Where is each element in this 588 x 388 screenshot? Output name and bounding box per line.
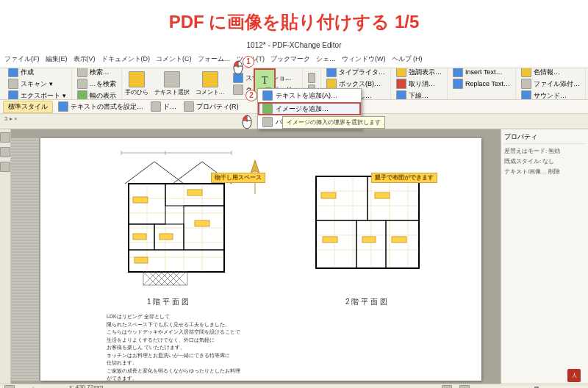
document-canvas[interactable]: 物干し用スペース bbox=[11, 129, 501, 384]
comment-tool[interactable]: コメント… bbox=[193, 68, 228, 99]
text-format-button[interactable]: テキストの書式を設定… bbox=[56, 101, 146, 112]
left-margin-strip bbox=[11, 138, 39, 381]
layout-icon[interactable] bbox=[442, 385, 452, 388]
text-select-tool[interactable]: テキスト選択 bbox=[151, 68, 193, 99]
window-title: 1012* - PDF-XChange Editor bbox=[247, 41, 342, 49]
description-block: LDKはリビング 全部として 限られたスペース下でも広く見せる工夫をしました。 … bbox=[107, 313, 254, 383]
svg-rect-64 bbox=[323, 237, 337, 242]
pdf-page: 物干し用スペース bbox=[40, 138, 481, 381]
insert-text-button[interactable]: Insert Text… bbox=[451, 68, 512, 78]
menu-bookmark[interactable]: ブックマーク bbox=[270, 54, 310, 66]
menu-file[interactable]: ファイル(F) bbox=[4, 54, 40, 66]
text-add-icon bbox=[262, 90, 273, 101]
menu-window[interactable]: ウィンドウ(W) bbox=[342, 54, 386, 66]
typewriter-button[interactable]: タイプライタ… bbox=[324, 68, 387, 78]
replace-text-button[interactable]: Replace Text… bbox=[451, 79, 512, 90]
window-titlebar: 1012* - PDF-XChange Editor bbox=[0, 41, 588, 53]
menu-view[interactable]: 表示(V) bbox=[74, 54, 96, 66]
text-select-icon bbox=[164, 71, 180, 87]
style-tab[interactable]: 標準スタイル bbox=[3, 101, 53, 113]
image-add-icon bbox=[262, 104, 273, 114]
menu-form[interactable]: フォーム… bbox=[198, 54, 231, 66]
group-annot-b: 強調表示… 取り消… 下線… bbox=[391, 68, 448, 99]
properties-panel: プロパティ 差替えはモード: 無効 既成スタイル: なし テキスト/画像… 削除 bbox=[501, 129, 588, 384]
textbox-icon bbox=[326, 79, 337, 89]
menu-bar[interactable]: ファイル(F) 編集(E) 表示(V) ドキュメント(D) コメント(C) フォ… bbox=[0, 53, 588, 68]
properties-title: プロパティ bbox=[504, 132, 585, 144]
color-icon bbox=[521, 68, 531, 77]
nav-up[interactable] bbox=[306, 73, 318, 84]
svg-rect-41 bbox=[187, 190, 202, 195]
checkbox-icon bbox=[77, 90, 87, 100]
workspace: 物干し用スペース bbox=[0, 129, 588, 384]
fit-button[interactable]: 幅の表示 bbox=[75, 90, 118, 101]
properties-button[interactable]: プロパティ(R) bbox=[182, 101, 241, 112]
menu-share[interactable]: シェ… bbox=[316, 54, 336, 66]
hand-icon bbox=[129, 71, 145, 87]
strikeout-icon bbox=[396, 79, 406, 89]
strikeout-button[interactable]: 取り消… bbox=[394, 79, 444, 90]
caption-1f: 1 階 平 面 図 bbox=[147, 297, 189, 307]
mouse-icon bbox=[241, 115, 253, 129]
gear-icon[interactable] bbox=[4, 385, 15, 388]
panel-icon[interactable] bbox=[0, 132, 10, 143]
scanner-icon bbox=[8, 79, 18, 89]
svg-rect-42 bbox=[133, 234, 146, 240]
dropdown-add-text[interactable]: テキストを追加(A)… bbox=[258, 89, 361, 102]
pdf-logo-icon: 人 bbox=[567, 369, 581, 382]
dropdown-add-image[interactable]: イメージを追加… bbox=[258, 102, 361, 115]
colorinfo-button[interactable]: 色情報… bbox=[519, 68, 582, 78]
status-bar: オプション… ▾ x: 430.72mm y: 297.00mm ◀ 1/1 ▶… bbox=[0, 384, 588, 388]
replace-text-icon bbox=[453, 79, 463, 89]
document-tab[interactable]: 3 ▸ × bbox=[4, 115, 18, 122]
attach-button[interactable]: ファイル添付… bbox=[519, 79, 582, 90]
find-button[interactable]: 検索… bbox=[75, 68, 118, 78]
callout-marker-2: 2 bbox=[245, 90, 257, 101]
svg-rect-59 bbox=[316, 220, 356, 268]
svg-rect-40 bbox=[133, 197, 148, 203]
tag-laundry: 物干し用スペース bbox=[211, 173, 265, 183]
svg-rect-61 bbox=[386, 220, 419, 268]
prop-row: 差替えはモード: 無効 bbox=[504, 147, 585, 155]
scan-button[interactable]: スキャン ▾ bbox=[6, 79, 68, 90]
side-panel-strip[interactable] bbox=[0, 129, 11, 384]
panel-icon[interactable] bbox=[0, 162, 10, 172]
highlight-button[interactable]: 強調表示… bbox=[394, 68, 444, 78]
menu-edit[interactable]: 編集(E) bbox=[46, 54, 68, 66]
menu-help[interactable]: ヘルプ (H) bbox=[392, 54, 423, 66]
svg-rect-63 bbox=[375, 193, 390, 198]
group-annot-d: 色情報… ファイル添付… サウンド… bbox=[516, 68, 586, 99]
dots-icon bbox=[151, 101, 161, 112]
status-coords: x: 430.72mm y: 297.00mm bbox=[69, 384, 103, 388]
underline-icon bbox=[396, 90, 406, 100]
svg-rect-66 bbox=[392, 237, 406, 242]
search-icon bbox=[77, 68, 87, 77]
layout-icon[interactable] bbox=[459, 385, 470, 388]
callout-marker-1: 1 bbox=[243, 56, 254, 68]
hand-tool[interactable]: 手のひら bbox=[122, 68, 151, 99]
caption-2f: 2 階 平 面 図 bbox=[345, 297, 387, 307]
speaker-icon bbox=[521, 90, 531, 100]
svg-rect-65 bbox=[362, 237, 376, 242]
create-button[interactable]: 作成 bbox=[6, 68, 68, 78]
export-button[interactable]: エクスポート ▾ bbox=[6, 90, 68, 101]
mouse-icon bbox=[232, 60, 244, 75]
search-icon bbox=[77, 79, 87, 89]
typewriter-icon bbox=[326, 68, 337, 77]
svg-rect-44 bbox=[195, 220, 209, 226]
findall-button[interactable]: …を検索 bbox=[75, 79, 118, 90]
wrench-icon bbox=[184, 101, 194, 112]
group-annot-c: Insert Text… Replace Text… bbox=[448, 68, 516, 99]
panel-icon[interactable] bbox=[0, 147, 10, 157]
menu-document[interactable]: ドキュメント(D) bbox=[101, 54, 151, 66]
export-icon bbox=[8, 90, 18, 100]
sec-d-button[interactable]: ド… bbox=[148, 101, 179, 112]
menu-comment[interactable]: コメント(C) bbox=[156, 54, 192, 66]
text-aa-icon bbox=[58, 101, 68, 112]
underline-button[interactable]: 下線… bbox=[394, 90, 444, 101]
highlight-icon bbox=[396, 68, 406, 77]
clipboard-icon bbox=[233, 85, 243, 95]
page-plus-icon bbox=[8, 68, 18, 77]
floor-plan-1f bbox=[114, 147, 239, 287]
sound-button[interactable]: サウンド… bbox=[519, 90, 582, 101]
